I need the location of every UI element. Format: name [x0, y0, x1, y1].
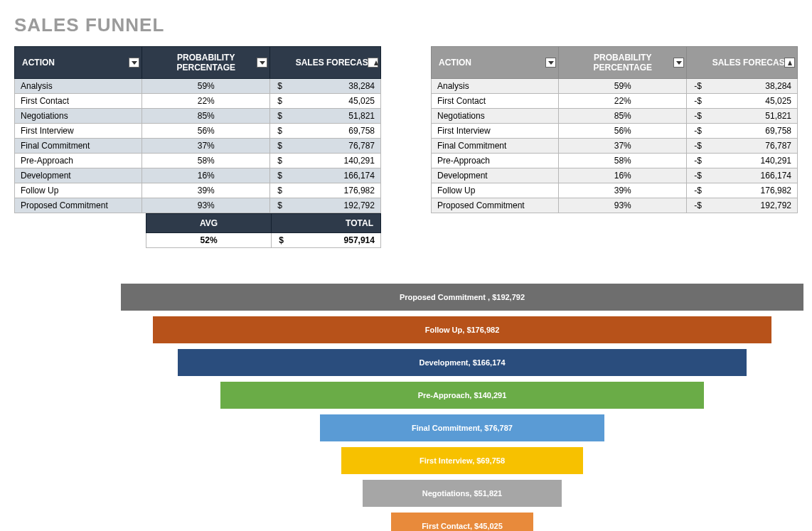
- col-action: ACTION: [431, 47, 558, 79]
- cell-forecast: $69,758: [270, 124, 381, 139]
- cell-forecast: -$69,758: [687, 124, 798, 139]
- page-title: SALES FUNNEL: [14, 14, 798, 36]
- table-row: Development16%$166,174: [15, 168, 381, 183]
- filter-dropdown-icon[interactable]: [257, 58, 267, 68]
- cell-action: Negotiations: [431, 109, 558, 124]
- cell-prob: 22%: [559, 94, 687, 109]
- cell-prob: 16%: [142, 168, 270, 183]
- cell-forecast: $51,821: [270, 109, 381, 124]
- cell-prob: 59%: [142, 79, 270, 94]
- cell-action: Pre-Approach: [15, 154, 142, 168]
- cell-action: Final Commitment: [431, 139, 558, 154]
- cell-forecast: -$192,792: [687, 198, 798, 213]
- left-table: ACTION PROBABILITY PERCENTAGE SALES FORE…: [14, 46, 381, 213]
- filter-dropdown-icon[interactable]: [545, 58, 556, 68]
- cell-forecast: $176,982: [270, 183, 381, 198]
- cell-action: Proposed Commitment: [431, 198, 558, 213]
- cell-forecast: $166,174: [270, 168, 381, 183]
- table-row: Final Commitment37%$76,787: [15, 139, 381, 154]
- col-prob: PROBABILITY PERCENTAGE: [142, 47, 270, 79]
- funnel-bar: First Interview, $69,758: [341, 447, 583, 474]
- cell-prob: 22%: [142, 94, 270, 109]
- cell-prob: 16%: [559, 168, 687, 183]
- funnel-chart: Proposed Commitment , $192,792Follow Up,…: [107, 284, 812, 531]
- total-header: TOTAL: [272, 214, 381, 233]
- col-prob: PROBABILITY PERCENTAGE: [559, 47, 687, 79]
- cell-action: First Contact: [431, 94, 558, 109]
- table-row: Pre-Approach58%$140,291: [15, 154, 381, 168]
- funnel-bar: First Contact, $45,025: [391, 513, 533, 531]
- col-prob-label: PROBABILITY PERCENTAGE: [594, 53, 652, 73]
- funnel-bar: Final Commitment, $76,787: [320, 414, 604, 441]
- col-prob-label: PROBABILITY PERCENTAGE: [177, 53, 235, 73]
- col-forecast-label: SALES FORECAST: [296, 58, 373, 68]
- table-row: First Interview56%$69,758: [15, 124, 381, 139]
- cell-action: Pre-Approach: [431, 154, 558, 168]
- cell-prob: 85%: [142, 109, 270, 124]
- cell-action: Analysis: [431, 79, 558, 94]
- cell-action: Final Commitment: [15, 139, 142, 154]
- table-row: First Contact22%-$45,025: [431, 94, 797, 109]
- col-action-label: ACTION: [22, 58, 55, 68]
- cell-forecast: -$140,291: [687, 154, 798, 168]
- cell-prob: 58%: [559, 154, 687, 168]
- cell-prob: 56%: [142, 124, 270, 139]
- cell-prob: 37%: [142, 139, 270, 154]
- table-row: First Interview56%-$69,758: [431, 124, 797, 139]
- table-row: First Contact22%$45,025: [15, 94, 381, 109]
- table-row: Development16%-$166,174: [431, 168, 797, 183]
- table-row: Analysis59%-$38,284: [431, 79, 797, 94]
- avg-value: 52%: [146, 233, 272, 248]
- cell-forecast: $45,025: [270, 94, 381, 109]
- table-row: Negotiations85%-$51,821: [431, 109, 797, 124]
- funnel-bar: Follow Up, $176,982: [153, 316, 771, 343]
- cell-action: Development: [15, 168, 142, 183]
- cell-action: Development: [431, 168, 558, 183]
- cell-action: Negotiations: [15, 109, 142, 124]
- table-row: Follow Up39%$176,982: [15, 183, 381, 198]
- filter-dropdown-icon[interactable]: [129, 58, 139, 68]
- funnel-bar: Pre-Approach, $140,291: [220, 382, 704, 409]
- cell-action: Analysis: [15, 79, 142, 94]
- cell-forecast: $192,792: [270, 198, 381, 213]
- table-row: Negotiations85%$51,821: [15, 109, 381, 124]
- cell-prob: 93%: [559, 198, 687, 213]
- table-row: Final Commitment37%-$76,787: [431, 139, 797, 154]
- sort-asc-icon[interactable]: [368, 58, 378, 68]
- funnel-bar: Negotiations, $51,821: [363, 480, 562, 507]
- cell-prob: 58%: [142, 154, 270, 168]
- cell-forecast: -$76,787: [687, 139, 798, 154]
- table-row: Proposed Commitment93%$192,792: [15, 198, 381, 213]
- cell-forecast: -$45,025: [687, 94, 798, 109]
- cell-prob: 56%: [559, 124, 687, 139]
- table-row: Proposed Commitment93%-$192,792: [431, 198, 797, 213]
- summary-table: AVG TOTAL 52% $957,914: [146, 213, 381, 248]
- left-table-wrap: ACTION PROBABILITY PERCENTAGE SALES FORE…: [14, 46, 381, 248]
- cell-action: First Interview: [15, 124, 142, 139]
- cell-forecast: $140,291: [270, 154, 381, 168]
- table-row: Pre-Approach58%-$140,291: [431, 154, 797, 168]
- filter-dropdown-icon[interactable]: [673, 58, 684, 68]
- cell-action: Follow Up: [15, 183, 142, 198]
- cell-prob: 37%: [559, 139, 687, 154]
- cell-forecast: -$166,174: [687, 168, 798, 183]
- total-value: $957,914: [272, 233, 381, 248]
- cell-forecast: $76,787: [270, 139, 381, 154]
- cell-prob: 59%: [559, 79, 687, 94]
- tables-row: ACTION PROBABILITY PERCENTAGE SALES FORE…: [14, 46, 798, 248]
- sort-asc-icon[interactable]: [784, 58, 795, 68]
- cell-prob: 93%: [142, 198, 270, 213]
- cell-action: Follow Up: [431, 183, 558, 198]
- col-forecast-label: SALES FORECAST: [712, 58, 790, 68]
- cell-forecast: -$176,982: [687, 183, 798, 198]
- right-table: ACTION PROBABILITY PERCENTAGE SALES FORE…: [431, 46, 798, 213]
- table-row: Follow Up39%-$176,982: [431, 183, 797, 198]
- cell-forecast: $38,284: [270, 79, 381, 94]
- table-row: Analysis59%$38,284: [15, 79, 381, 94]
- cell-forecast: -$38,284: [687, 79, 798, 94]
- cell-action: First Contact: [15, 94, 142, 109]
- col-forecast: SALES FORECAST: [270, 47, 381, 79]
- funnel-bar: Proposed Commitment , $192,792: [121, 284, 803, 311]
- col-action-label: ACTION: [439, 58, 471, 68]
- cell-prob: 39%: [559, 183, 687, 198]
